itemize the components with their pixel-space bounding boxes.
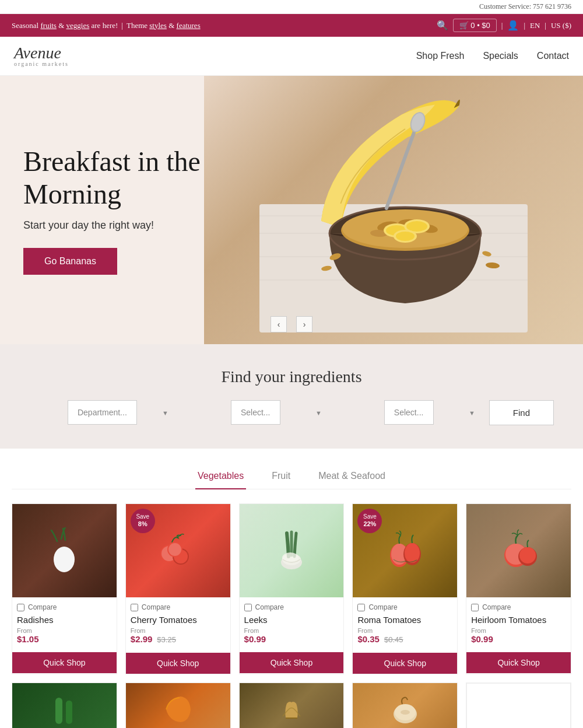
compare-roma-tomatoes-checkbox[interactable] <box>357 604 365 611</box>
account-icon[interactable]: 👤 <box>507 20 519 31</box>
svg-point-43 <box>405 543 420 563</box>
cart-button[interactable]: 🛒 0 • $0 <box>453 19 497 32</box>
product-from-radishes: From <box>17 627 112 634</box>
product-card-heirloom-tomatoes: Compare Heirloom Tomatoes From $0.99 Qui… <box>466 503 571 674</box>
quick-shop-roma-tomatoes-button[interactable]: Quick Shop <box>353 653 457 674</box>
product-name-leeks: Leeks <box>244 615 339 625</box>
svg-point-19 <box>396 232 415 241</box>
product-from-heirloom-tomatoes: From <box>471 627 566 634</box>
product-card-row2-4 <box>352 682 458 728</box>
product-price-heirloom-tomatoes: $0.99 <box>471 634 566 644</box>
svg-point-47 <box>519 547 536 564</box>
veggies-link[interactable]: veggies <box>66 21 90 30</box>
product-card-row2-2 <box>125 682 231 728</box>
language-label: EN <box>530 21 540 30</box>
svg-rect-49 <box>66 701 72 724</box>
svg-rect-48 <box>55 698 62 724</box>
department-select[interactable]: Department... <box>68 400 137 425</box>
logo-subtitle: organic markets <box>14 61 69 67</box>
separator4: | <box>545 21 546 30</box>
separator: | <box>121 21 123 30</box>
products-grid-row2 <box>12 682 571 728</box>
product-card-leeks: Compare Leeks From $0.99 Quick Shop <box>239 503 345 674</box>
promo-text: Seasonal fruits & veggies are here! <box>12 21 118 30</box>
product-from-cherry-tomatoes: From <box>131 627 226 634</box>
customer-service-text: Customer Service: 757 621 9736 <box>479 2 571 10</box>
cart-count: 0 • $0 <box>470 21 490 30</box>
separator3: | <box>524 21 525 30</box>
product-card-radishes: Compare Radishes From $1.05 Quick Shop <box>12 503 117 674</box>
compare-radishes-checkbox[interactable] <box>17 604 24 611</box>
logo[interactable]: Avenue organic markets <box>14 45 69 67</box>
tab-vegetables[interactable]: Vegetables <box>195 466 246 489</box>
products-section: Vegetables Fruit Meat & Seafood <box>0 449 583 728</box>
find-button[interactable]: Find <box>489 400 554 425</box>
compare-cherry-tomatoes-checkbox[interactable] <box>131 604 138 611</box>
find-row: Department... Select... Select... Find <box>29 400 554 425</box>
svg-point-53 <box>401 710 410 715</box>
hero-content: Breakfast in the Morning Start your day … <box>0 110 245 309</box>
tab-meat-seafood[interactable]: Meat & Seafood <box>316 466 388 489</box>
compare-label: Compare <box>28 603 57 611</box>
product-tabs: Vegetables Fruit Meat & Seafood <box>12 466 571 489</box>
svg-point-27 <box>54 547 75 572</box>
hero-image <box>204 76 583 344</box>
subcategory-select[interactable]: Select... <box>384 400 434 425</box>
main-nav: Shop Fresh Specials Contact <box>416 51 569 61</box>
product-name-heirloom-tomatoes: Heirloom Tomatoes <box>471 615 566 625</box>
product-card-row2-3 <box>239 682 345 728</box>
top-bar-right: 🔍 🛒 0 • $0 | 👤 | EN | US ($) <box>437 19 571 32</box>
products-grid-row1: Compare Radishes From $1.05 Quick Shop S… <box>12 503 571 674</box>
product-price-roma-tomatoes: $0.35 <box>357 634 380 644</box>
logo-text: Avenue <box>14 44 61 62</box>
hero-section: Breakfast in the Morning Start your day … <box>0 76 583 344</box>
product-price-leeks: $0.99 <box>244 634 339 644</box>
quick-shop-cherry-tomatoes-button[interactable]: Quick Shop <box>126 653 230 674</box>
product-name-radishes: Radishes <box>17 615 112 625</box>
save-badge-cherry-tomatoes: Save 8% <box>131 509 155 533</box>
compare-label: Compare <box>482 603 511 611</box>
product-name-roma-tomatoes: Roma Tomatoes <box>357 615 452 625</box>
compare-leeks-checkbox[interactable] <box>244 604 252 611</box>
product-original-price-cherry-tomatoes: $3.25 <box>157 635 176 644</box>
promo-bar: Seasonal fruits & veggies are here! | Th… <box>12 21 201 30</box>
category-select[interactable]: Select... <box>231 400 280 425</box>
find-section: Find your ingredients Department... Sele… <box>0 344 583 449</box>
compare-label: Compare <box>255 603 284 611</box>
product-price-radishes: $1.05 <box>17 634 112 644</box>
carousel-controls: ‹ › <box>271 316 312 332</box>
carousel-prev-button[interactable]: ‹ <box>271 316 287 332</box>
quick-shop-heirloom-tomatoes-button[interactable]: Quick Shop <box>466 652 571 673</box>
theme-text: Theme styles & features <box>127 21 201 30</box>
product-card-roma-tomatoes: Save 22% Compare <box>352 503 458 674</box>
fruits-link[interactable]: fruits <box>40 21 56 30</box>
header: Avenue organic markets Shop Fresh Specia… <box>0 37 583 76</box>
compare-heirloom-tomatoes-checkbox[interactable] <box>471 604 479 611</box>
product-card-row2-5 <box>466 682 571 728</box>
quick-shop-leeks-button[interactable]: Quick Shop <box>240 652 344 673</box>
product-original-price-roma-tomatoes: $0.45 <box>384 635 403 644</box>
hero-cta-button[interactable]: Go Bananas <box>23 248 117 275</box>
product-price-cherry-tomatoes: $2.99 <box>131 634 153 644</box>
product-card-row2-1 <box>12 682 117 728</box>
styles-link[interactable]: styles <box>149 21 167 30</box>
nav-shop-fresh[interactable]: Shop Fresh <box>416 51 465 61</box>
hero-subheading: Start your day the right way! <box>23 219 222 232</box>
nav-specials[interactable]: Specials <box>483 51 518 61</box>
tab-fruit[interactable]: Fruit <box>269 466 293 489</box>
svg-point-17 <box>406 221 427 232</box>
hero-heading: Breakfast in the Morning <box>23 145 222 209</box>
compare-label: Compare <box>368 603 397 611</box>
find-heading: Find your ingredients <box>17 368 566 386</box>
product-card-cherry-tomatoes: Save 8% Compare <box>125 503 231 674</box>
compare-label: Compare <box>142 603 170 611</box>
features-link[interactable]: features <box>177 21 201 30</box>
search-icon[interactable]: 🔍 <box>437 20 448 31</box>
quick-shop-radishes-button[interactable]: Quick Shop <box>12 652 117 673</box>
product-from-leeks: From <box>244 627 339 634</box>
product-from-roma-tomatoes: From <box>357 627 452 634</box>
currency-label: US ($) <box>551 21 571 30</box>
svg-point-36 <box>168 543 181 556</box>
carousel-next-button[interactable]: › <box>296 316 312 332</box>
nav-contact[interactable]: Contact <box>537 51 569 61</box>
